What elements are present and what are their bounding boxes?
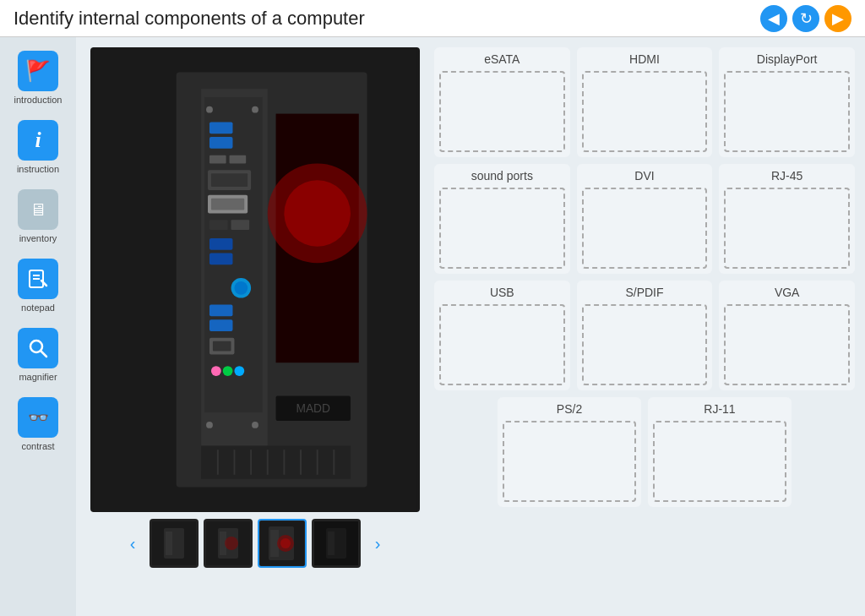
sidebar-item-introduction[interactable]: 🚩 introduction bbox=[8, 44, 68, 112]
svg-rect-20 bbox=[211, 199, 244, 210]
drop-cell-esata: eSATA bbox=[434, 47, 570, 157]
drop-cell-spdif: S/PDIF bbox=[577, 281, 713, 390]
rj11-label: RJ-11 bbox=[704, 402, 735, 416]
instruction-icon: i bbox=[18, 120, 58, 161]
usb-dropzone[interactable] bbox=[439, 304, 565, 385]
thumbnail-1[interactable] bbox=[150, 519, 199, 568]
thumb-next-button[interactable]: › bbox=[366, 532, 389, 555]
thumb-prev-button[interactable]: ‹ bbox=[121, 532, 144, 555]
displayport-label: DisplayPort bbox=[757, 52, 818, 66]
drop-cell-rj45: RJ-45 bbox=[719, 164, 855, 274]
drop-grid-row4: PS/2 RJ-11 bbox=[434, 397, 855, 507]
next-button[interactable]: ▶ bbox=[824, 5, 851, 32]
thumbnail-strip: ‹ bbox=[121, 519, 389, 568]
svg-point-36 bbox=[206, 422, 213, 428]
rj45-label: RJ-45 bbox=[771, 169, 802, 183]
content-area: MADD ‹ bbox=[76, 37, 865, 616]
svg-point-60 bbox=[280, 538, 291, 548]
svg-text:MADD: MADD bbox=[296, 402, 331, 415]
drop-cell-displayport: DisplayPort bbox=[719, 47, 855, 157]
svg-rect-51 bbox=[166, 532, 172, 555]
left-panel: MADD ‹ bbox=[86, 47, 424, 606]
svg-point-12 bbox=[284, 180, 351, 247]
sidebar-item-magnifier[interactable]: magnifier bbox=[8, 321, 68, 389]
vga-label: VGA bbox=[775, 286, 800, 299]
svg-point-32 bbox=[223, 366, 233, 376]
sidebar-item-notepad[interactable]: notepad bbox=[8, 252, 68, 319]
notepad-icon bbox=[18, 259, 58, 299]
back-button[interactable]: ◀ bbox=[760, 5, 787, 32]
svg-rect-22 bbox=[231, 220, 250, 230]
magnifier-label: magnifier bbox=[19, 372, 57, 382]
sidebar-item-inventory[interactable]: 🖥 inventory bbox=[8, 183, 68, 250]
esata-label: eSATA bbox=[484, 52, 520, 66]
svg-rect-63 bbox=[328, 532, 335, 555]
dvi-label: DVI bbox=[634, 169, 654, 183]
drop-cell-vga: VGA bbox=[719, 281, 855, 390]
introduction-icon: 🚩 bbox=[18, 51, 58, 91]
svg-point-31 bbox=[211, 366, 221, 376]
svg-point-35 bbox=[252, 106, 258, 113]
drop-grid-row1: eSATA HDMI DisplayPort bbox=[434, 47, 855, 157]
drop-cell-soundports: sound ports bbox=[434, 164, 570, 274]
usb-label: USB bbox=[490, 286, 514, 299]
svg-point-37 bbox=[252, 422, 258, 428]
introduction-label: introduction bbox=[14, 95, 63, 105]
svg-rect-24 bbox=[209, 253, 233, 265]
dvi-dropzone[interactable] bbox=[582, 188, 708, 269]
soundports-label: sound ports bbox=[471, 169, 533, 183]
inventory-icon: 🖥 bbox=[18, 189, 58, 230]
drop-grid-row3: USB S/PDIF VGA bbox=[434, 281, 855, 390]
contrast-icon: 👓 bbox=[18, 397, 58, 438]
rj11-dropzone[interactable] bbox=[653, 421, 786, 502]
main-computer-image: MADD bbox=[90, 47, 420, 512]
notepad-label: notepad bbox=[21, 303, 55, 313]
header-actions: ◀ ↻ ▶ bbox=[760, 5, 851, 32]
svg-rect-23 bbox=[209, 238, 233, 250]
svg-rect-27 bbox=[209, 304, 233, 316]
drop-cell-dvi: DVI bbox=[577, 164, 713, 274]
contrast-label: contrast bbox=[21, 441, 54, 451]
instruction-label: instruction bbox=[17, 164, 59, 174]
svg-rect-18 bbox=[211, 173, 248, 187]
sidebar: 🚩 introduction i instruction 🖥 inventory… bbox=[0, 37, 76, 616]
drop-grid-row2: sound ports DVI RJ-45 bbox=[434, 164, 855, 274]
vga-dropzone[interactable] bbox=[724, 304, 850, 385]
esata-dropzone[interactable] bbox=[439, 71, 565, 152]
spdif-dropzone[interactable] bbox=[582, 304, 708, 385]
ps2-label: PS/2 bbox=[557, 402, 582, 416]
svg-rect-21 bbox=[209, 220, 228, 230]
svg-line-5 bbox=[41, 351, 46, 357]
pc-case-svg: MADD bbox=[90, 47, 420, 512]
hdmi-dropzone[interactable] bbox=[582, 71, 708, 152]
drop-cell-rj11: RJ-11 bbox=[648, 397, 792, 507]
inventory-label: inventory bbox=[19, 233, 57, 243]
svg-point-55 bbox=[225, 537, 238, 550]
ps2-dropzone[interactable] bbox=[503, 421, 636, 502]
displayport-dropzone[interactable] bbox=[724, 71, 850, 152]
main-content: 🚩 introduction i instruction 🖥 inventory… bbox=[0, 37, 865, 616]
magnifier-icon bbox=[18, 328, 58, 368]
drop-cell-hdmi: HDMI bbox=[577, 47, 713, 157]
refresh-button[interactable]: ↻ bbox=[792, 5, 819, 32]
svg-rect-13 bbox=[209, 122, 233, 134]
sidebar-item-contrast[interactable]: 👓 contrast bbox=[8, 390, 68, 458]
spdif-label: S/PDIF bbox=[625, 286, 663, 299]
svg-rect-28 bbox=[209, 319, 233, 331]
thumbnail-2[interactable] bbox=[204, 519, 253, 568]
svg-point-34 bbox=[206, 106, 213, 113]
svg-rect-15 bbox=[209, 155, 226, 164]
svg-rect-16 bbox=[230, 155, 247, 164]
thumbnail-4[interactable] bbox=[312, 519, 361, 568]
page-title: Identify internal components of a comput… bbox=[14, 8, 365, 30]
svg-rect-14 bbox=[209, 137, 233, 149]
svg-rect-40 bbox=[201, 445, 351, 478]
soundports-dropzone[interactable] bbox=[439, 188, 565, 269]
thumbnail-3[interactable] bbox=[258, 519, 307, 568]
drop-cell-usb: USB bbox=[434, 281, 570, 390]
svg-rect-30 bbox=[213, 341, 231, 352]
svg-point-33 bbox=[234, 366, 244, 376]
sidebar-item-instruction[interactable]: i instruction bbox=[8, 113, 68, 181]
header: Identify internal components of a comput… bbox=[0, 0, 865, 37]
rj45-dropzone[interactable] bbox=[724, 188, 850, 269]
